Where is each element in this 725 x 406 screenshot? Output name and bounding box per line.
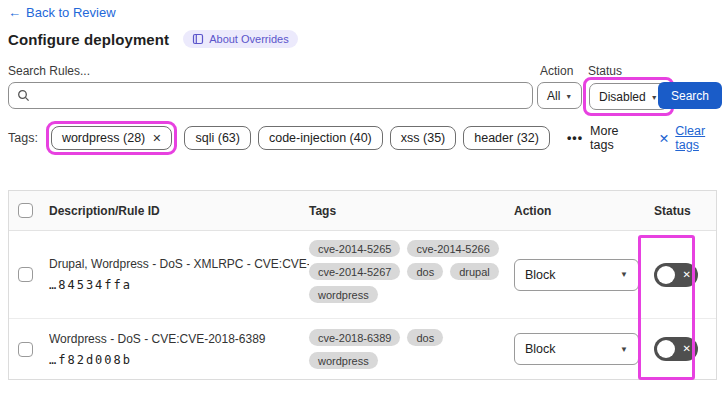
rule-tag: dos xyxy=(407,263,443,280)
configure-deployment-page: ← Back to Review Configure deployment Ab… xyxy=(0,0,725,406)
rule-tag: cve-2014-5265 xyxy=(309,240,400,257)
search-rules-box xyxy=(8,82,533,109)
remove-tag-icon[interactable]: ✕ xyxy=(152,132,161,145)
tag-filter-xss[interactable]: xss (35) xyxy=(390,126,456,150)
status-toggle-off[interactable]: ✕ xyxy=(654,263,698,287)
action-dropdown[interactable]: All ▼ xyxy=(537,82,582,109)
table-row: Wordpress - DoS - CVE:CVE-2018-6389 …f82… xyxy=(9,319,716,379)
rule-tag: cve-2018-6389 xyxy=(309,329,400,346)
column-header-description: Description/Rule ID xyxy=(41,204,309,218)
action-select[interactable]: Block ▼ xyxy=(514,333,639,365)
toggle-knob xyxy=(657,340,675,358)
action-label: Action xyxy=(540,64,573,78)
rule-description: Wordpress - DoS - CVE:CVE-2018-6389 xyxy=(49,332,309,346)
back-link-label: Back to Review xyxy=(26,5,116,20)
tag-filter-code-injection[interactable]: code-injection (40) xyxy=(258,126,383,150)
rule-tag: wordpress xyxy=(309,286,378,303)
tags-label: Tags: xyxy=(8,131,38,145)
rule-description: Drupal, Wordpress - DoS - XMLRPC - CVE:C… xyxy=(49,257,309,271)
search-button[interactable]: Search xyxy=(658,82,722,109)
column-header-status: Status xyxy=(646,204,716,218)
close-icon: ✕ xyxy=(659,131,669,146)
rule-tag: cve-2014-5267 xyxy=(309,263,400,280)
back-arrow-icon: ← xyxy=(8,5,21,20)
action-dropdown-value: All xyxy=(547,89,560,103)
action-select[interactable]: Block ▼ xyxy=(514,259,639,291)
status-toggle-off[interactable]: ✕ xyxy=(654,337,698,361)
column-header-tags: Tags xyxy=(309,204,514,218)
active-tag-highlight: wordpress (28) ✕ xyxy=(46,121,178,155)
rule-tag: wordpress xyxy=(309,352,378,369)
rule-tag: cve-2014-5266 xyxy=(407,240,498,257)
chevron-down-icon: ▼ xyxy=(620,270,628,279)
status-label: Status xyxy=(588,64,622,78)
rule-tag: dos xyxy=(407,329,443,346)
rule-tag: drupal xyxy=(450,263,499,280)
chevron-down-icon: ▼ xyxy=(651,94,658,101)
tag-filter-label: wordpress (28) xyxy=(62,131,145,145)
toggle-knob xyxy=(657,266,675,284)
tag-filter-sqli[interactable]: sqli (63) xyxy=(184,126,250,150)
rules-table: Description/Rule ID Tags Action Status D… xyxy=(8,190,717,380)
column-header-action: Action xyxy=(514,204,646,218)
search-icon xyxy=(17,89,30,102)
title-row: Configure deployment About Overrides xyxy=(8,30,298,48)
table-row: Drupal, Wordpress - DoS - XMLRPC - CVE:C… xyxy=(9,231,716,319)
rule-tags: cve-2018-6389 dos wordpress xyxy=(309,329,514,369)
row-checkbox[interactable] xyxy=(18,342,33,357)
rule-id: …f82d008b xyxy=(49,353,309,367)
ellipsis-icon: ••• xyxy=(567,131,583,145)
row-checkbox[interactable] xyxy=(18,267,33,282)
select-all-checkbox[interactable] xyxy=(18,203,33,218)
about-badge-label: About Overrides xyxy=(209,33,288,45)
status-dropdown[interactable]: Disabled ▼ xyxy=(589,83,668,110)
page-title: Configure deployment xyxy=(8,31,169,48)
toggle-off-icon: ✕ xyxy=(683,269,691,280)
chevron-down-icon: ▼ xyxy=(620,345,628,354)
rule-id: …84534ffa xyxy=(49,278,309,292)
more-tags-label: More tags xyxy=(590,124,638,152)
action-select-value: Block xyxy=(525,268,556,282)
chevron-down-icon: ▼ xyxy=(565,93,572,100)
tag-filter-header[interactable]: header (32) xyxy=(463,126,550,150)
toggle-off-icon: ✕ xyxy=(683,343,691,354)
clear-tags-label: Clear tags xyxy=(675,124,725,152)
tags-bar: Tags: wordpress (28) ✕ sqli (63) code-in… xyxy=(8,121,725,155)
tag-filter-wordpress[interactable]: wordpress (28) ✕ xyxy=(51,126,173,150)
search-rules-label: Search Rules... xyxy=(8,64,90,78)
more-tags-button[interactable]: ••• More tags xyxy=(567,124,638,152)
rule-tags: cve-2014-5265 cve-2014-5266 cve-2014-526… xyxy=(309,231,514,303)
clear-tags-link[interactable]: ✕ Clear tags xyxy=(659,124,725,152)
status-dropdown-value: Disabled xyxy=(599,90,646,104)
back-to-review-link[interactable]: ← Back to Review xyxy=(8,5,116,20)
search-rules-input[interactable] xyxy=(36,89,524,103)
about-overrides-badge[interactable]: About Overrides xyxy=(183,30,297,48)
book-icon xyxy=(192,33,204,45)
action-select-value: Block xyxy=(525,342,556,356)
table-header-row: Description/Rule ID Tags Action Status xyxy=(9,191,716,231)
